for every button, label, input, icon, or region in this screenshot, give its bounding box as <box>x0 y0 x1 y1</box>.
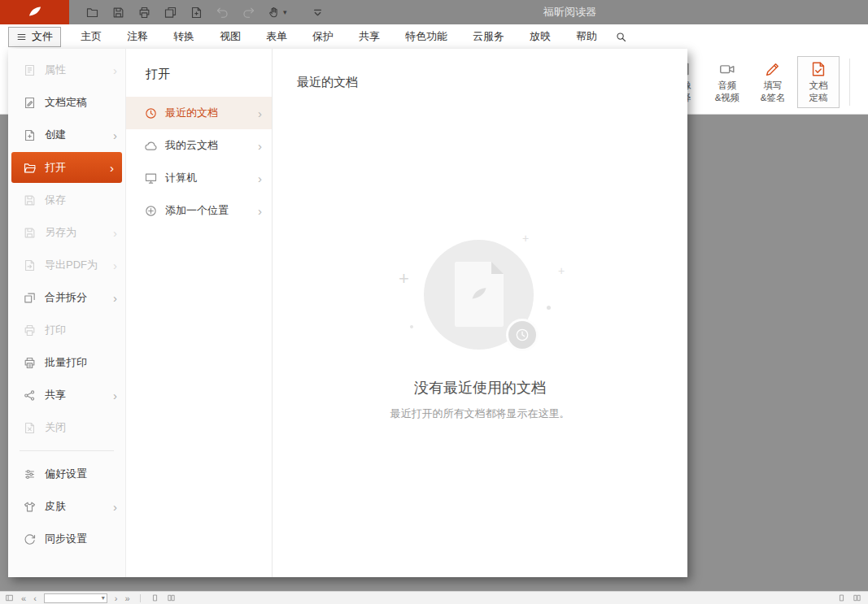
search-button[interactable] <box>615 30 627 43</box>
open-item-computer[interactable]: 计算机 › <box>126 162 272 194</box>
menu-tab-slideshow[interactable]: 放映 <box>530 29 551 44</box>
first-page-button[interactable]: « <box>21 593 26 604</box>
file-menu-item-save[interactable]: 保存 <box>8 184 125 216</box>
file-menu-item-merge-split[interactable]: 合并拆分 › <box>8 281 125 314</box>
menu-tab-comment[interactable]: 注释 <box>127 29 148 44</box>
open-item-add-a-place[interactable]: 添加一个位置 › <box>126 194 272 227</box>
save-icon <box>23 193 37 207</box>
file-menu-item-label: 合并拆分 <box>45 290 113 305</box>
copy-icon[interactable] <box>164 6 177 20</box>
ribbon-button-fill-sign[interactable]: 填写 &签名 <box>752 56 794 108</box>
redo-icon[interactable] <box>242 6 255 20</box>
empty-state-title: 没有最近使用的文档 <box>273 378 687 398</box>
open-file-icon[interactable] <box>85 6 99 20</box>
menu-divider <box>20 450 114 451</box>
new-document-icon[interactable] <box>190 6 203 20</box>
file-menu-list: 属性 › 文档定稿 创建 › 打开 › 保存 另存为 › 导出PDF为 <box>8 49 126 577</box>
search-icon <box>615 31 627 43</box>
sidebar-toggle-icon[interactable] <box>5 593 14 602</box>
file-menu-item-batch-print[interactable]: 批量打印 <box>8 346 125 379</box>
menu-tab-form[interactable]: 表单 <box>266 29 287 44</box>
ribbon-button-doc-finalize[interactable]: 文档 定稿 <box>797 56 840 108</box>
file-menu-item-save-as[interactable]: 另存为 › <box>8 216 125 249</box>
file-menu-item-sync-settings[interactable]: 同步设置 <box>8 523 125 555</box>
submenu-arrow-icon: › <box>258 139 262 153</box>
decor-plus-icon: + <box>522 232 529 244</box>
clock-badge-icon <box>506 319 539 351</box>
titlebar: ▾ 福昕阅读器 <box>0 0 868 24</box>
menu-tab-special-features[interactable]: 特色功能 <box>405 29 447 44</box>
page-number-input[interactable] <box>45 594 100 602</box>
fit-width-icon[interactable] <box>853 593 861 602</box>
last-page-button[interactable]: » <box>124 593 129 604</box>
file-menu-button[interactable]: 文件 <box>8 27 61 47</box>
file-menu-item-share[interactable]: 共享 › <box>8 379 125 411</box>
submenu-arrow-icon: › <box>113 226 117 240</box>
file-menu-item-print[interactable]: 打印 <box>8 314 125 346</box>
prev-page-button[interactable]: ‹ <box>33 593 37 604</box>
single-page-view-icon[interactable] <box>150 593 159 602</box>
file-menu-item-doc-finalize[interactable]: 文档定稿 <box>8 86 125 119</box>
print-icon[interactable] <box>137 6 151 20</box>
open-item-label: 计算机 <box>165 171 258 185</box>
menu-tab-view[interactable]: 视图 <box>220 29 241 44</box>
file-menu-item-open[interactable]: 打开 › <box>11 152 122 183</box>
computer-monitor-icon <box>144 172 158 185</box>
open-submenu: 打开 最近的文档 › 我的云文档 › 计算机 › 添加一个位置 › <box>126 49 273 577</box>
print-icon <box>23 324 37 337</box>
file-menu-item-export-pdf[interactable]: 导出PDF为 › <box>8 249 125 281</box>
hand-tool-icon <box>268 6 281 20</box>
menu-tab-share[interactable]: 共享 <box>359 29 380 44</box>
ribbon-button-label: &视频 <box>715 92 740 104</box>
file-menu-item-label: 关闭 <box>45 420 117 435</box>
file-menu-item-close[interactable]: 关闭 <box>8 411 125 444</box>
file-menu-item-label: 皮肤 <box>45 499 113 514</box>
open-submenu-title: 打开 <box>126 49 272 97</box>
open-folder-icon <box>23 161 37 175</box>
file-menu-item-create[interactable]: 创建 › <box>8 119 125 151</box>
file-menu-item-properties[interactable]: 属性 › <box>8 54 125 86</box>
document-check-icon <box>809 60 827 78</box>
open-item-my-cloud-documents[interactable]: 我的云文档 › <box>126 129 272 162</box>
file-menu-item-skin[interactable]: 皮肤 › <box>8 490 125 523</box>
fit-page-icon[interactable] <box>837 593 846 602</box>
quick-access-toolbar: ▾ <box>85 6 325 20</box>
ribbon-button-label: 文档 <box>809 80 828 92</box>
pencil-icon <box>764 60 782 78</box>
menu-tab-protect[interactable]: 保护 <box>312 29 334 44</box>
menu-tab-cloud-service[interactable]: 云服务 <box>473 29 504 44</box>
customize-toolbar-icon[interactable] <box>311 6 325 20</box>
menu-tab-help[interactable]: 帮助 <box>576 29 597 44</box>
ribbon-button-audio-video[interactable]: 音频 &视频 <box>706 56 748 108</box>
submenu-arrow-icon: › <box>113 128 117 142</box>
statusbar: « ‹ ▾ › » <box>0 591 868 604</box>
cloud-icon <box>144 139 158 153</box>
submenu-arrow-icon: › <box>110 161 114 175</box>
add-place-icon <box>144 204 158 218</box>
file-menu-item-label: 另存为 <box>45 225 113 240</box>
submenu-arrow-icon: › <box>113 259 117 272</box>
foxit-logo-button[interactable] <box>0 0 69 24</box>
undo-icon[interactable] <box>216 6 229 20</box>
save-icon[interactable] <box>111 6 125 20</box>
decor-dot <box>410 325 413 328</box>
decor-plus-icon: + <box>399 270 409 288</box>
next-page-button[interactable]: › <box>115 593 118 604</box>
app-window: { "window": { "title": "福昕阅读器" }, "color… <box>0 0 868 604</box>
hamburger-icon <box>16 32 27 42</box>
file-menu-item-label: 共享 <box>45 388 113 402</box>
open-item-recent-documents[interactable]: 最近的文档 › <box>126 97 272 129</box>
ribbon-button-label: &签名 <box>761 92 786 104</box>
hand-tool-dropdown-icon[interactable]: ▾ <box>283 8 287 16</box>
submenu-arrow-icon: › <box>113 63 117 77</box>
file-menu-item-label: 同步设置 <box>45 532 117 546</box>
file-menu-item-preferences[interactable]: 偏好设置 <box>8 458 125 490</box>
page-dropdown-icon[interactable]: ▾ <box>100 594 107 602</box>
menu-tab-home[interactable]: 主页 <box>81 29 102 44</box>
open-item-label: 最近的文档 <box>165 106 258 120</box>
video-camera-icon <box>718 60 736 78</box>
menu-tab-convert[interactable]: 转换 <box>173 29 194 44</box>
facing-page-view-icon[interactable] <box>167 593 176 602</box>
hand-tool-button[interactable]: ▾ <box>268 6 287 20</box>
page-number-combo: ▾ <box>44 593 107 603</box>
